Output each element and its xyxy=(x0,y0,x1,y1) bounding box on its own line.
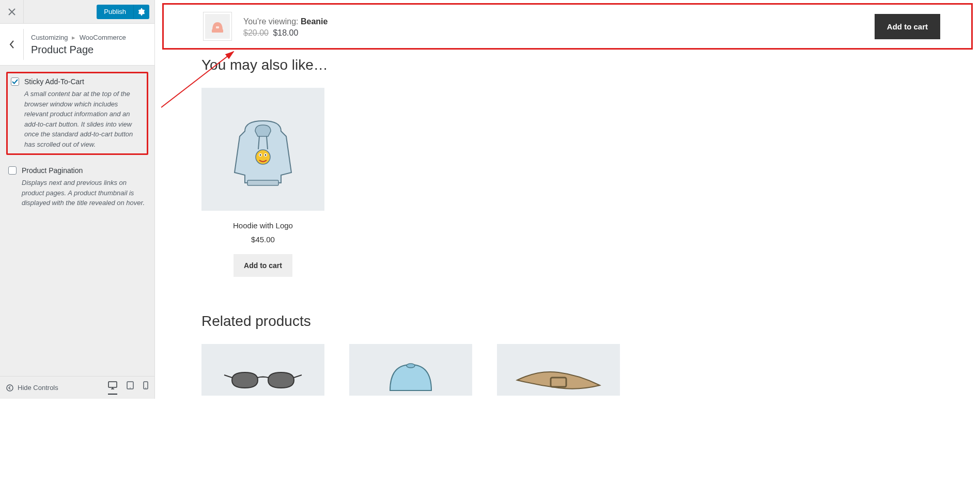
close-customizer-button[interactable] xyxy=(0,0,24,24)
sidebar-header: Customizing ▸ WooCommerce Product Page xyxy=(0,24,154,66)
product-name: Hoodie with Logo xyxy=(201,221,324,230)
svg-point-15 xyxy=(407,364,415,368)
sticky-cart-label: Sticky Add-To-Cart xyxy=(24,77,84,86)
sticky-cart-description: A small content bar at the top of the br… xyxy=(11,89,144,149)
breadcrumb: Customizing ▸ WooCommerce xyxy=(31,33,126,42)
device-preview-toggle xyxy=(108,381,148,395)
product-price: $45.00 xyxy=(201,235,324,244)
related-heading: Related products xyxy=(201,313,941,330)
sticky-product-name: Beanie xyxy=(301,17,328,26)
related-products-grid xyxy=(201,344,941,396)
pagination-label: Product Pagination xyxy=(22,166,83,175)
sunglasses-icon xyxy=(222,359,304,396)
preview-pane: You're viewing: Beanie $20.00 $18.00 Add… xyxy=(155,0,980,399)
also-like-heading: You may also like… xyxy=(201,57,941,73)
customizer-sidebar: Publish Customizing ▸ WooCommerce Produc… xyxy=(0,0,155,399)
back-button[interactable] xyxy=(0,29,24,60)
sticky-product-thumbnail xyxy=(203,12,232,41)
option-product-pagination: Product Pagination Displays next and pre… xyxy=(6,164,148,210)
pagination-description: Displays next and previous links on prod… xyxy=(8,178,146,208)
svg-point-0 xyxy=(7,385,13,391)
tablet-preview-button[interactable] xyxy=(127,381,134,395)
cap-icon xyxy=(375,354,447,396)
sticky-price-new: $18.00 xyxy=(273,28,298,37)
desktop-preview-button[interactable] xyxy=(108,381,117,395)
svg-rect-6 xyxy=(212,29,223,33)
belt-icon xyxy=(512,365,605,396)
hide-controls-button[interactable]: Hide Controls xyxy=(6,384,58,392)
tablet-icon xyxy=(127,381,134,389)
svg-point-5 xyxy=(145,387,146,388)
product-card[interactable]: Hoodie with Logo $45.00 Add to cart xyxy=(201,88,324,277)
desktop-icon xyxy=(108,381,117,389)
related-product-2[interactable] xyxy=(349,344,472,396)
page-title: Product Page xyxy=(31,44,126,56)
sticky-add-to-cart-button[interactable]: Add to cart xyxy=(875,14,940,39)
breadcrumb-section: WooCommerce xyxy=(80,34,126,41)
publish-settings-button[interactable] xyxy=(133,5,149,19)
breadcrumb-separator: ▸ xyxy=(72,34,75,41)
mobile-preview-button[interactable] xyxy=(143,381,148,395)
related-product-3[interactable] xyxy=(497,344,620,396)
svg-point-13 xyxy=(265,154,267,156)
sticky-price: $20.00 $18.00 xyxy=(243,28,328,38)
hide-controls-label: Hide Controls xyxy=(18,384,58,392)
sidebar-top-bar: Publish xyxy=(0,0,154,24)
pagination-checkbox[interactable] xyxy=(8,166,17,175)
publish-button[interactable]: Publish xyxy=(97,5,133,19)
svg-rect-1 xyxy=(108,382,117,387)
close-icon xyxy=(8,8,15,15)
product-add-to-cart-button[interactable]: Add to cart xyxy=(234,254,292,277)
svg-point-3 xyxy=(130,387,131,388)
breadcrumb-customizing: Customizing xyxy=(31,34,68,41)
sticky-viewing-text: You're viewing: Beanie xyxy=(243,15,328,28)
check-icon xyxy=(12,79,18,85)
viewing-label: You're viewing: xyxy=(243,17,301,26)
product-image xyxy=(201,88,324,211)
gear-icon xyxy=(138,8,145,15)
beanie-icon xyxy=(208,17,227,36)
sidebar-footer: Hide Controls xyxy=(0,376,154,399)
option-sticky-add-to-cart: Sticky Add-To-Cart A small content bar a… xyxy=(6,72,148,155)
hoodie-icon xyxy=(219,105,307,193)
svg-rect-14 xyxy=(247,180,278,185)
sticky-cart-checkbox[interactable] xyxy=(11,77,19,86)
collapse-icon xyxy=(6,384,13,392)
svg-point-12 xyxy=(260,154,261,156)
sidebar-body: Sticky Add-To-Cart A small content bar a… xyxy=(0,66,154,376)
chevron-left-icon xyxy=(9,40,15,49)
mobile-icon xyxy=(143,381,148,389)
svg-rect-7 xyxy=(216,26,219,28)
sticky-price-old: $20.00 xyxy=(243,28,269,37)
related-product-1[interactable] xyxy=(201,344,324,396)
sticky-add-to-cart-bar: You're viewing: Beanie $20.00 $18.00 Add… xyxy=(162,3,973,50)
